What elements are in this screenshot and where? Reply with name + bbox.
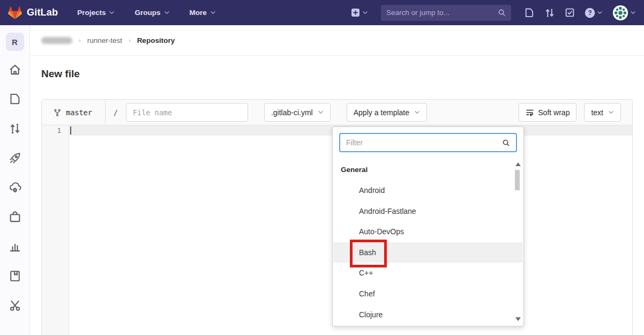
help-icon: ? xyxy=(585,8,595,18)
new-menu-button[interactable] xyxy=(351,8,368,17)
nav-menu-projects[interactable]: Projects xyxy=(77,9,115,17)
toolbar-divider xyxy=(105,100,106,125)
nav-menu-projects-label: Projects xyxy=(77,9,106,17)
editor-toolbar: master / .gitlab-ci.yml Apply a template xyxy=(42,100,632,125)
scrollbar-thumb[interactable] xyxy=(515,170,520,190)
template-dropdown-panel: General Android Android-Fastlane Auto-De… xyxy=(332,126,524,326)
path-separator: / xyxy=(114,108,118,117)
soft-wrap-icon xyxy=(526,108,534,117)
home-icon[interactable] xyxy=(9,63,21,76)
template-item-android-fastlane[interactable]: Android-Fastlane xyxy=(333,201,523,222)
breadcrumb-separator: › xyxy=(129,37,131,43)
snippets-icon[interactable] xyxy=(9,299,21,312)
template-item-chef[interactable]: Chef xyxy=(333,284,523,304)
filetype-template-label: .gitlab-ci.yml xyxy=(271,108,313,117)
text-cursor xyxy=(70,126,71,135)
search-icon xyxy=(498,9,506,17)
template-item-clojure[interactable]: Clojure xyxy=(333,304,523,325)
filetype-template-dropdown[interactable]: .gitlab-ci.yml xyxy=(264,103,331,122)
annotation-box xyxy=(350,240,387,267)
chevron-down-icon xyxy=(630,10,636,16)
chevron-down-icon xyxy=(210,10,216,16)
breadcrumb-item-current[interactable]: Repository xyxy=(137,36,175,44)
project-avatar[interactable]: R xyxy=(6,33,24,51)
plus-square-icon xyxy=(351,8,360,17)
top-navbar: GitLab Projects Groups More xyxy=(0,0,644,25)
nav-menu-groups[interactable]: Groups xyxy=(134,9,169,17)
search-icon xyxy=(502,139,510,147)
wiki-icon[interactable] xyxy=(9,270,21,282)
user-menu[interactable] xyxy=(612,5,636,21)
chevron-down-icon xyxy=(414,109,420,115)
operations-icon[interactable] xyxy=(9,181,21,194)
branch-name: master xyxy=(66,108,92,117)
nav-menu-groups-label: Groups xyxy=(134,9,160,17)
project-sidebar: R xyxy=(0,25,30,335)
file-name-input[interactable] xyxy=(126,103,248,122)
apply-template-label: Apply a template xyxy=(354,108,409,117)
template-item-auto-devops[interactable]: Auto-DevOps xyxy=(333,221,523,242)
todos-icon[interactable] xyxy=(565,8,575,18)
merge-requests-icon[interactable] xyxy=(544,8,555,18)
avatar xyxy=(612,5,628,21)
nav-menu-more-label: More xyxy=(190,9,207,17)
chevron-down-icon xyxy=(109,10,115,16)
editor-gutter: 1 xyxy=(42,125,69,335)
template-item-android[interactable]: Android xyxy=(333,180,523,201)
editor-mode-label: text xyxy=(591,108,603,117)
search-input[interactable] xyxy=(386,9,498,17)
breadcrumb-separator: › xyxy=(79,37,81,43)
chevron-down-icon xyxy=(318,109,324,115)
issues-icon[interactable] xyxy=(9,93,21,106)
branch-label: master xyxy=(54,108,92,117)
chevron-down-icon xyxy=(164,10,170,16)
merge-requests-icon[interactable] xyxy=(9,122,21,135)
template-filter-input[interactable] xyxy=(346,138,502,147)
soft-wrap-label: Soft wrap xyxy=(538,108,570,117)
breadcrumb-item-project[interactable]: runner-test xyxy=(87,36,122,44)
breadcrumb: › runner-test › Repository xyxy=(30,25,644,56)
packages-icon[interactable] xyxy=(9,211,21,224)
chevron-down-icon xyxy=(597,10,603,16)
analytics-icon[interactable] xyxy=(9,240,21,253)
page-title: New file xyxy=(41,68,80,80)
line-number: 1 xyxy=(42,126,61,135)
chevron-down-icon xyxy=(608,109,614,115)
help-menu[interactable]: ? xyxy=(585,8,603,18)
issues-icon[interactable] xyxy=(524,8,535,18)
brand-title[interactable]: GitLab xyxy=(27,7,58,18)
global-search xyxy=(381,5,511,21)
breadcrumb-item-redacted[interactable] xyxy=(41,37,72,44)
dropdown-scrollbar[interactable] xyxy=(514,161,521,323)
scrollbar-up-arrow-icon[interactable] xyxy=(515,162,521,166)
gitlab-logo-icon[interactable] xyxy=(8,6,22,19)
svg-text:?: ? xyxy=(588,9,591,17)
template-filter xyxy=(339,133,517,152)
scrollbar-down-arrow-icon[interactable] xyxy=(515,317,521,321)
template-group-header: General xyxy=(333,159,523,180)
soft-wrap-button[interactable]: Soft wrap xyxy=(519,103,576,122)
ci-cd-rocket-icon[interactable] xyxy=(9,152,21,165)
apply-template-dropdown[interactable]: Apply a template xyxy=(347,103,427,122)
branch-icon xyxy=(54,109,61,116)
nav-menu-more[interactable]: More xyxy=(190,9,216,17)
editor-mode-dropdown[interactable]: text xyxy=(584,103,621,122)
chevron-down-icon xyxy=(362,10,368,16)
